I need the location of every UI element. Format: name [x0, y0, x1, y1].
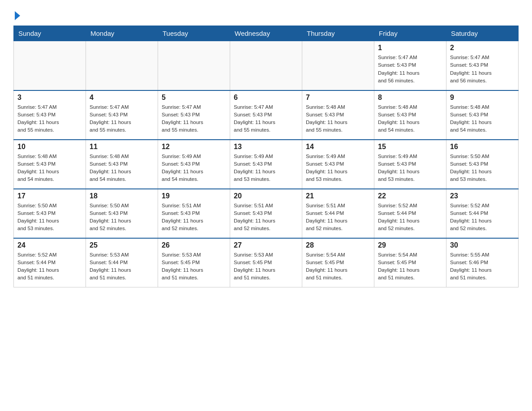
- day-info: Sunrise: 5:52 AMSunset: 5:44 PMDaylight:…: [17, 251, 82, 282]
- calendar-header-saturday: Saturday: [446, 26, 519, 41]
- calendar-cell: [86, 41, 158, 90]
- calendar-header-tuesday: Tuesday: [158, 26, 230, 41]
- calendar-cell: 7Sunrise: 5:48 AMSunset: 5:43 PMDaylight…: [302, 90, 374, 140]
- calendar-header-monday: Monday: [86, 26, 158, 41]
- day-info: Sunrise: 5:48 AMSunset: 5:43 PMDaylight:…: [90, 153, 154, 184]
- day-number: 29: [378, 241, 442, 249]
- day-number: 22: [378, 192, 442, 200]
- calendar-cell: 20Sunrise: 5:51 AMSunset: 5:43 PMDayligh…: [230, 189, 302, 238]
- calendar-cell: 5Sunrise: 5:47 AMSunset: 5:43 PMDaylight…: [158, 90, 230, 140]
- calendar-cell: 21Sunrise: 5:51 AMSunset: 5:44 PMDayligh…: [302, 189, 374, 238]
- calendar-cell: 23Sunrise: 5:52 AMSunset: 5:44 PMDayligh…: [446, 189, 519, 238]
- day-number: 21: [306, 192, 370, 200]
- day-info: Sunrise: 5:47 AMSunset: 5:43 PMDaylight:…: [234, 103, 298, 134]
- day-info: Sunrise: 5:49 AMSunset: 5:43 PMDaylight:…: [234, 153, 298, 184]
- calendar-cell: 18Sunrise: 5:50 AMSunset: 5:43 PMDayligh…: [86, 189, 158, 238]
- calendar-cell: 2Sunrise: 5:47 AMSunset: 5:43 PMDaylight…: [446, 41, 519, 90]
- day-info: Sunrise: 5:48 AMSunset: 5:43 PMDaylight:…: [17, 153, 82, 184]
- day-info: Sunrise: 5:54 AMSunset: 5:45 PMDaylight:…: [306, 251, 370, 282]
- day-number: 10: [17, 143, 82, 151]
- day-info: Sunrise: 5:52 AMSunset: 5:44 PMDaylight:…: [378, 202, 442, 233]
- day-number: 23: [450, 192, 515, 200]
- day-number: 14: [306, 143, 370, 151]
- calendar-header-wednesday: Wednesday: [230, 26, 302, 41]
- day-number: 27: [234, 241, 298, 249]
- calendar-cell: 19Sunrise: 5:51 AMSunset: 5:43 PMDayligh…: [158, 189, 230, 238]
- calendar-cell: 4Sunrise: 5:47 AMSunset: 5:43 PMDaylight…: [86, 90, 158, 140]
- day-number: 19: [162, 192, 226, 200]
- day-number: 11: [90, 143, 154, 151]
- calendar-week-row: 1Sunrise: 5:47 AMSunset: 5:43 PMDaylight…: [14, 41, 519, 90]
- day-number: 3: [17, 94, 82, 102]
- day-info: Sunrise: 5:51 AMSunset: 5:43 PMDaylight:…: [234, 202, 298, 233]
- day-number: 26: [162, 241, 226, 249]
- calendar-cell: 16Sunrise: 5:50 AMSunset: 5:43 PMDayligh…: [446, 140, 519, 189]
- calendar-cell: 26Sunrise: 5:53 AMSunset: 5:45 PMDayligh…: [158, 238, 230, 287]
- day-info: Sunrise: 5:48 AMSunset: 5:43 PMDaylight:…: [306, 103, 370, 134]
- day-number: 30: [450, 241, 515, 249]
- calendar-cell: 27Sunrise: 5:53 AMSunset: 5:45 PMDayligh…: [230, 238, 302, 287]
- day-info: Sunrise: 5:55 AMSunset: 5:46 PMDaylight:…: [450, 251, 515, 282]
- calendar-header-sunday: Sunday: [14, 26, 86, 41]
- day-number: 16: [450, 143, 515, 151]
- day-info: Sunrise: 5:47 AMSunset: 5:43 PMDaylight:…: [162, 103, 226, 134]
- day-number: 8: [378, 94, 442, 102]
- day-number: 5: [162, 94, 226, 102]
- calendar-cell: [230, 41, 302, 90]
- day-number: 9: [450, 94, 515, 102]
- day-info: Sunrise: 5:47 AMSunset: 5:43 PMDaylight:…: [378, 54, 442, 85]
- calendar-header-row: SundayMondayTuesdayWednesdayThursdayFrid…: [14, 26, 519, 41]
- day-number: 20: [234, 192, 298, 200]
- day-info: Sunrise: 5:53 AMSunset: 5:45 PMDaylight:…: [234, 251, 298, 282]
- day-info: Sunrise: 5:53 AMSunset: 5:45 PMDaylight:…: [162, 251, 226, 282]
- day-info: Sunrise: 5:49 AMSunset: 5:43 PMDaylight:…: [378, 153, 442, 184]
- calendar-week-row: 17Sunrise: 5:50 AMSunset: 5:43 PMDayligh…: [14, 189, 519, 238]
- logo-arrow-icon: [15, 11, 20, 20]
- day-info: Sunrise: 5:50 AMSunset: 5:43 PMDaylight:…: [450, 153, 515, 184]
- calendar-week-row: 3Sunrise: 5:47 AMSunset: 5:43 PMDaylight…: [14, 90, 519, 140]
- calendar-cell: 28Sunrise: 5:54 AMSunset: 5:45 PMDayligh…: [302, 238, 374, 287]
- day-info: Sunrise: 5:47 AMSunset: 5:43 PMDaylight:…: [90, 103, 154, 134]
- day-info: Sunrise: 5:48 AMSunset: 5:43 PMDaylight:…: [378, 103, 442, 134]
- day-info: Sunrise: 5:52 AMSunset: 5:44 PMDaylight:…: [450, 202, 515, 233]
- page-header: [13, 9, 519, 21]
- day-info: Sunrise: 5:47 AMSunset: 5:43 PMDaylight:…: [450, 54, 515, 85]
- calendar-cell: 1Sunrise: 5:47 AMSunset: 5:43 PMDaylight…: [374, 41, 446, 90]
- calendar-cell: 10Sunrise: 5:48 AMSunset: 5:43 PMDayligh…: [14, 140, 86, 189]
- logo: [13, 9, 20, 21]
- day-info: Sunrise: 5:49 AMSunset: 5:43 PMDaylight:…: [306, 153, 370, 184]
- calendar-cell: 15Sunrise: 5:49 AMSunset: 5:43 PMDayligh…: [374, 140, 446, 189]
- calendar-cell: 25Sunrise: 5:53 AMSunset: 5:44 PMDayligh…: [86, 238, 158, 287]
- day-info: Sunrise: 5:48 AMSunset: 5:43 PMDaylight:…: [450, 103, 515, 134]
- day-info: Sunrise: 5:51 AMSunset: 5:44 PMDaylight:…: [306, 202, 370, 233]
- calendar-cell: 8Sunrise: 5:48 AMSunset: 5:43 PMDaylight…: [374, 90, 446, 140]
- day-number: 1: [378, 44, 442, 52]
- calendar-cell: 11Sunrise: 5:48 AMSunset: 5:43 PMDayligh…: [86, 140, 158, 189]
- day-info: Sunrise: 5:51 AMSunset: 5:43 PMDaylight:…: [162, 202, 226, 233]
- calendar-cell: 9Sunrise: 5:48 AMSunset: 5:43 PMDaylight…: [446, 90, 519, 140]
- day-number: 17: [17, 192, 82, 200]
- day-number: 18: [90, 192, 154, 200]
- calendar-cell: [158, 41, 230, 90]
- calendar-header-friday: Friday: [374, 26, 446, 41]
- calendar-cell: 14Sunrise: 5:49 AMSunset: 5:43 PMDayligh…: [302, 140, 374, 189]
- day-number: 4: [90, 94, 154, 102]
- calendar-cell: 13Sunrise: 5:49 AMSunset: 5:43 PMDayligh…: [230, 140, 302, 189]
- day-info: Sunrise: 5:49 AMSunset: 5:43 PMDaylight:…: [162, 153, 226, 184]
- day-info: Sunrise: 5:47 AMSunset: 5:43 PMDaylight:…: [17, 103, 82, 134]
- day-number: 6: [234, 94, 298, 102]
- calendar-cell: 6Sunrise: 5:47 AMSunset: 5:43 PMDaylight…: [230, 90, 302, 140]
- calendar-cell: 17Sunrise: 5:50 AMSunset: 5:43 PMDayligh…: [14, 189, 86, 238]
- day-info: Sunrise: 5:54 AMSunset: 5:45 PMDaylight:…: [378, 251, 442, 282]
- day-number: 13: [234, 143, 298, 151]
- calendar-cell: 30Sunrise: 5:55 AMSunset: 5:46 PMDayligh…: [446, 238, 519, 287]
- day-number: 7: [306, 94, 370, 102]
- day-info: Sunrise: 5:50 AMSunset: 5:43 PMDaylight:…: [90, 202, 154, 233]
- calendar-week-row: 24Sunrise: 5:52 AMSunset: 5:44 PMDayligh…: [14, 238, 519, 287]
- calendar-week-row: 10Sunrise: 5:48 AMSunset: 5:43 PMDayligh…: [14, 140, 519, 189]
- day-number: 28: [306, 241, 370, 249]
- calendar-table: SundayMondayTuesdayWednesdayThursdayFrid…: [13, 26, 519, 287]
- day-number: 12: [162, 143, 226, 151]
- calendar-cell: 12Sunrise: 5:49 AMSunset: 5:43 PMDayligh…: [158, 140, 230, 189]
- day-info: Sunrise: 5:50 AMSunset: 5:43 PMDaylight:…: [17, 202, 82, 233]
